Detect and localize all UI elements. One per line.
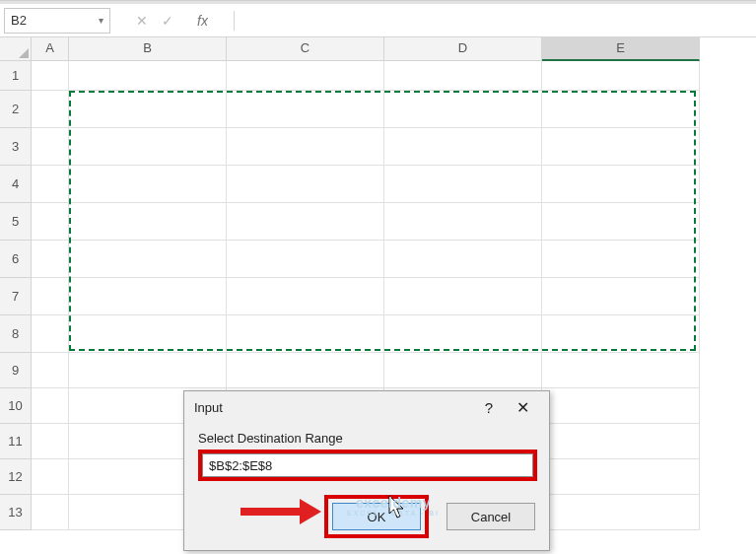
cell[interactable] bbox=[227, 241, 384, 278]
confirm-entry-icon: ✓ bbox=[162, 13, 173, 29]
cell[interactable] bbox=[32, 315, 69, 353]
cell[interactable] bbox=[227, 353, 384, 388]
formula-input[interactable] bbox=[250, 11, 752, 31]
cell[interactable] bbox=[32, 128, 69, 166]
close-icon[interactable]: ✕ bbox=[506, 398, 539, 417]
cell[interactable] bbox=[542, 315, 700, 353]
col-header-D[interactable]: D bbox=[384, 37, 542, 61]
cell[interactable] bbox=[384, 241, 542, 278]
cell[interactable] bbox=[227, 278, 384, 315]
cell[interactable] bbox=[542, 388, 700, 424]
cell[interactable] bbox=[32, 459, 69, 495]
cell[interactable] bbox=[32, 241, 69, 278]
ok-button[interactable]: OK bbox=[332, 503, 421, 530]
insert-function-icon[interactable]: fx bbox=[197, 13, 208, 29]
row-header-3[interactable]: 3 bbox=[0, 128, 32, 166]
cell[interactable] bbox=[227, 166, 384, 203]
row-header-5[interactable]: 5 bbox=[0, 203, 32, 241]
row-header-4[interactable]: 4 bbox=[0, 166, 32, 203]
cell[interactable] bbox=[32, 61, 69, 91]
select-all-corner[interactable] bbox=[0, 37, 32, 61]
cell[interactable] bbox=[384, 353, 542, 388]
row-header-9[interactable]: 9 bbox=[0, 353, 32, 388]
cell[interactable] bbox=[542, 353, 700, 388]
name-box-value[interactable]: B2 bbox=[5, 13, 92, 28]
cell[interactable] bbox=[227, 91, 384, 128]
cell[interactable] bbox=[542, 61, 700, 91]
cell[interactable] bbox=[542, 459, 700, 495]
col-header-E[interactable]: E bbox=[542, 37, 700, 61]
help-icon[interactable]: ? bbox=[472, 399, 506, 416]
dialog-prompt: Select Destination Range bbox=[198, 431, 535, 446]
cell[interactable] bbox=[542, 495, 700, 530]
cell[interactable] bbox=[542, 424, 700, 459]
col-header-C[interactable]: C bbox=[227, 37, 384, 61]
row-header-10[interactable]: 10 bbox=[0, 388, 32, 424]
cell[interactable] bbox=[227, 128, 384, 166]
cell[interactable] bbox=[384, 315, 542, 353]
highlight-annotation-input bbox=[198, 450, 537, 481]
cell[interactable] bbox=[542, 278, 700, 315]
input-dialog: Input ? ✕ Select Destination Range OK Ca… bbox=[183, 390, 550, 551]
destination-range-input[interactable] bbox=[202, 453, 533, 477]
row-header-2[interactable]: 2 bbox=[0, 91, 32, 128]
cell[interactable] bbox=[32, 353, 69, 388]
cell[interactable] bbox=[69, 353, 227, 388]
cell[interactable] bbox=[384, 166, 542, 203]
cell[interactable] bbox=[69, 61, 227, 91]
cell[interactable] bbox=[32, 278, 69, 315]
highlight-annotation-ok: OK bbox=[324, 495, 429, 538]
row-header-6[interactable]: 6 bbox=[0, 241, 32, 278]
cell[interactable] bbox=[384, 203, 542, 241]
cell[interactable] bbox=[69, 315, 227, 353]
cancel-entry-icon: ✕ bbox=[136, 13, 148, 29]
formula-bar: B2 ▾ ✕ ✓ fx bbox=[0, 4, 756, 37]
cancel-button[interactable]: Cancel bbox=[447, 503, 535, 530]
col-header-B[interactable]: B bbox=[69, 37, 227, 61]
row-header-12[interactable]: 12 bbox=[0, 459, 32, 495]
cell[interactable] bbox=[227, 315, 384, 353]
cell[interactable] bbox=[227, 203, 384, 241]
cell[interactable] bbox=[384, 278, 542, 315]
cell[interactable] bbox=[69, 203, 227, 241]
cell[interactable] bbox=[542, 166, 700, 203]
cell[interactable] bbox=[384, 91, 542, 128]
cell[interactable] bbox=[542, 241, 700, 278]
row-header-8[interactable]: 8 bbox=[0, 315, 32, 353]
column-headers: A B C D E bbox=[32, 37, 700, 61]
cell[interactable] bbox=[69, 91, 227, 128]
cell[interactable] bbox=[32, 91, 69, 128]
cell[interactable] bbox=[542, 128, 700, 166]
formula-bar-controls: ✕ ✓ fx bbox=[136, 13, 208, 29]
row-header-11[interactable]: 11 bbox=[0, 424, 32, 459]
cell[interactable] bbox=[384, 128, 542, 166]
cell[interactable] bbox=[384, 61, 542, 91]
cell[interactable] bbox=[32, 388, 69, 424]
cell[interactable] bbox=[542, 91, 700, 128]
dialog-title: Input bbox=[194, 400, 472, 415]
row-header-13[interactable]: 13 bbox=[0, 495, 32, 530]
cell[interactable] bbox=[69, 128, 227, 166]
cell[interactable] bbox=[69, 166, 227, 203]
name-box[interactable]: B2 ▾ bbox=[4, 8, 110, 34]
cell[interactable] bbox=[69, 241, 227, 278]
dialog-titlebar[interactable]: Input ? ✕ bbox=[184, 391, 549, 423]
cell[interactable] bbox=[32, 166, 69, 203]
cell[interactable] bbox=[542, 203, 700, 241]
chevron-down-icon[interactable]: ▾ bbox=[92, 9, 109, 33]
cell[interactable] bbox=[69, 278, 227, 315]
cell[interactable] bbox=[32, 424, 69, 459]
row-header-1[interactable]: 1 bbox=[0, 61, 32, 91]
row-header-7[interactable]: 7 bbox=[0, 278, 32, 315]
cell[interactable] bbox=[227, 61, 384, 91]
cell[interactable] bbox=[32, 203, 69, 241]
col-header-A[interactable]: A bbox=[32, 37, 69, 61]
divider bbox=[234, 11, 235, 31]
cell[interactable] bbox=[32, 495, 69, 530]
